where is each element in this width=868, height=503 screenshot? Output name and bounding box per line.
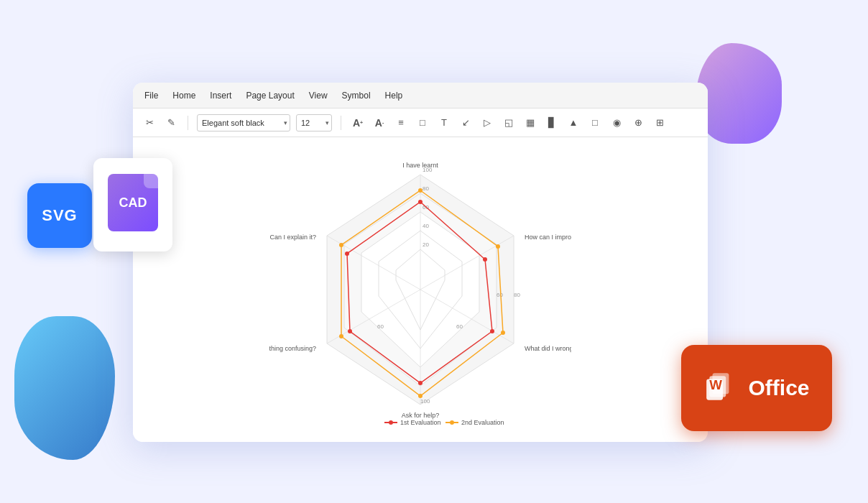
svg-point-31 [483,257,487,262]
plus-icon[interactable]: ⊕ [630,115,646,131]
app-window: File Home Insert Page Layout View Symbol… [133,83,708,442]
svg-text:100: 100 [420,398,430,405]
svg-point-33 [418,381,423,385]
triangle-icon[interactable]: ▲ [565,115,581,131]
svg-point-35 [345,251,349,256]
menu-insert[interactable]: Insert [210,91,231,101]
svg-point-43 [389,420,393,425]
svg-text:20: 20 [423,241,429,248]
menu-file[interactable]: File [144,91,158,101]
background-blob-blue [14,316,115,460]
svg-text:Ask for help?: Ask for help? [402,412,440,419]
edit-icon[interactable]: ✎ [163,115,179,131]
font-size-select[interactable]: 12 [296,114,332,131]
svg-point-26 [418,394,423,398]
table-icon[interactable]: ◱ [501,115,517,131]
cad-icon-area: CAD [108,174,158,231]
svg-text:40: 40 [423,223,429,229]
svg-text:Can I explain it?: Can I explain it? [269,234,316,241]
svg-point-30 [418,200,423,204]
svg-point-24 [496,244,500,249]
toolbar-separator-1 [188,116,188,130]
svg-text:60: 60 [497,292,503,298]
toolbar-separator-2 [341,116,341,130]
menu-help[interactable]: Help [385,91,403,101]
svg-point-23 [418,188,423,193]
font-name-select[interactable]: Elegant soft black [197,114,290,131]
text-icon[interactable]: T [436,115,452,131]
svg-text:60: 60 [456,323,463,330]
toolbar: ✂ ✎ Elegant soft black 12 A+ A- ≡ □ T ↙ … [133,109,708,137]
svg-text:What did I wrong?: What did I wrong? [525,345,571,352]
menu-page-layout[interactable]: Page Layout [246,91,294,101]
svg-point-34 [348,329,352,333]
cross-icon[interactable]: ⊞ [652,115,668,131]
svg-point-32 [490,329,494,333]
svg-badge-label: SVG [42,206,77,225]
svg-text:80: 80 [423,185,429,192]
svg-point-25 [501,331,505,335]
bar-icon[interactable]: ▊ [544,115,560,131]
svg-text:80: 80 [514,292,520,298]
grid-icon[interactable]: ▦ [522,115,538,131]
office-label: Office [748,376,809,400]
canvas-area: 20 40 60 80 100 60 80 60 60 100 [133,137,708,442]
cad-file-badge: CAD [93,158,172,251]
cad-badge-label: CAD [119,195,147,211]
arrow-icon[interactable]: ▷ [479,115,495,131]
circle-icon[interactable]: ◉ [609,115,624,131]
font-shrink-icon[interactable]: A- [371,115,387,131]
font-size-select-wrap: 12 [296,114,332,131]
svg-point-28 [339,243,343,247]
svg-text:I have learnt: I have learnt [402,162,438,169]
office-icon: W [703,370,739,406]
rect-icon[interactable]: □ [415,115,430,131]
align-icon[interactable]: ≡ [393,115,409,131]
menu-home[interactable]: Home [172,91,195,101]
menu-symbol[interactable]: Symbol [342,91,371,101]
cut-icon[interactable]: ✂ [142,115,157,131]
svg-text:1st Evaluation: 1st Evaluation [400,419,441,426]
font-name-select-wrap: Elegant soft black [197,114,290,131]
office-badge: W Office [681,345,832,431]
svg-point-27 [339,334,343,338]
svg-text:2nd Evaluation: 2nd Evaluation [461,419,504,426]
svg-text:How can I improve?: How can I improve? [525,234,571,241]
svg-text:60: 60 [377,323,384,330]
font-grow-icon[interactable]: A+ [350,115,366,131]
menu-view[interactable]: View [309,91,328,101]
menu-bar: File Home Insert Page Layout View Symbol… [133,83,708,109]
shape-icon[interactable]: □ [587,115,603,131]
svg-text:Is anything confusing?: Is anything confusing? [269,345,316,352]
background-blob-purple [696,43,782,144]
svg-file-badge: SVG [27,183,92,248]
svg-text:W: W [710,377,723,392]
radar-chart: 20 40 60 80 100 60 80 60 60 100 [269,153,571,426]
svg-point-46 [450,420,454,425]
corner-icon[interactable]: ↙ [458,115,474,131]
